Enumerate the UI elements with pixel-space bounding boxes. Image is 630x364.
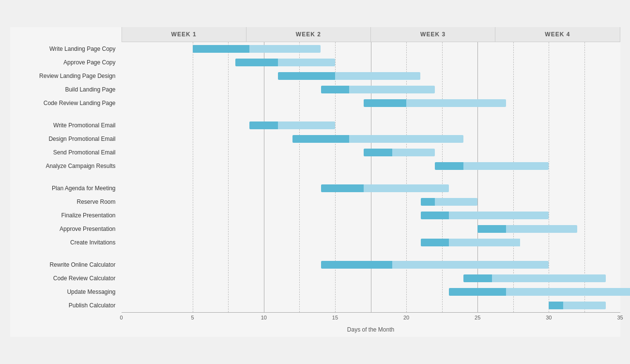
bar-row [122, 285, 620, 299]
task-label: Build Landing Page [10, 83, 122, 96]
bar-light-segment [392, 261, 549, 269]
bar-row [122, 222, 620, 236]
x-axis-label: 35 [617, 315, 623, 320]
task-label: Code Review Landing Page [10, 96, 122, 110]
week2-label: WEEK 2 [246, 27, 371, 42]
bar-row [122, 146, 620, 159]
bar-dark-segment [193, 45, 250, 53]
task-label: Publish Calculator [10, 299, 122, 312]
gantt-bar [292, 135, 463, 143]
bar-dark-segment [477, 225, 506, 233]
x-axis-label: 25 [475, 315, 480, 320]
bar-dark-segment [321, 86, 350, 93]
task-label: Write Landing Page Copy [10, 42, 122, 56]
task-label: Create Invitations [10, 236, 122, 249]
bar-row [122, 195, 620, 209]
x-axis-inner: 05101520253035 [122, 315, 620, 324]
bar-light-segment [463, 162, 549, 170]
bar-dark-segment [421, 212, 449, 219]
task-label: Approve Presentation [10, 222, 122, 236]
group-gap-row [122, 249, 620, 258]
task-label: Finalize Presentation [10, 209, 122, 222]
bar-dark-segment [421, 198, 435, 206]
bar-light-segment [349, 135, 463, 143]
bar-light-segment [349, 86, 435, 93]
bar-row [122, 258, 620, 272]
group-gap-label [10, 249, 122, 258]
bar-light-segment [364, 184, 449, 192]
gantt-bar [463, 274, 606, 282]
bar-light-segment [278, 121, 335, 129]
bar-dark-segment [321, 184, 364, 192]
bar-light-segment [563, 302, 606, 309]
group-gap-label [10, 173, 122, 182]
bar-row [122, 182, 620, 195]
task-label: Review Landing Page Design [10, 69, 122, 83]
bar-dark-segment [549, 302, 563, 309]
bar-row [122, 299, 620, 312]
gantt-bar [249, 121, 335, 129]
bar-light-segment [449, 212, 549, 219]
gantt-bar [235, 59, 335, 66]
bar-row [122, 56, 620, 69]
bar-row [122, 236, 620, 249]
bar-dark-segment [364, 149, 392, 156]
bar-dark-segment [249, 121, 278, 129]
x-axis-label: 20 [403, 315, 409, 320]
gantt-bar [421, 239, 521, 246]
x-axis: 05101520253035 [122, 312, 620, 324]
week-header-row: WEEK 1 WEEK 2 WEEK 3 WEEK 4 [122, 27, 620, 42]
gantt-bar [321, 184, 449, 192]
bar-row [122, 159, 620, 173]
bar-light-segment [249, 45, 321, 53]
group-gap-row [122, 173, 620, 182]
bar-light-segment [506, 225, 577, 233]
gantt-bar [193, 45, 321, 53]
bar-light-segment [506, 288, 630, 296]
bar-light-segment [335, 72, 421, 80]
task-label: Rewrite Online Calculator [10, 258, 122, 272]
x-axis-label: 30 [546, 315, 552, 320]
task-label: Reserve Room [10, 195, 122, 209]
week3-label: WEEK 3 [371, 27, 495, 42]
task-label: Plan Agenda for Meeting [10, 182, 122, 195]
bar-row [122, 83, 620, 96]
gantt-bar [278, 72, 420, 80]
bar-row [122, 96, 620, 110]
x-axis-label: 10 [261, 315, 267, 320]
task-label: Analyze Campaign Results [10, 159, 122, 173]
bar-dark-segment [364, 99, 406, 107]
task-label: Approve Page Copy [10, 56, 122, 69]
bar-row [122, 132, 620, 146]
gantt-bar [364, 149, 435, 156]
week1-label: WEEK 1 [122, 27, 246, 42]
bar-dark-segment [235, 59, 278, 66]
gantt-area [122, 42, 620, 312]
bar-dark-segment [421, 239, 449, 246]
task-label: Code Review Calculator [10, 272, 122, 285]
bar-light-segment [392, 149, 435, 156]
task-label: Send Promotional Email [10, 146, 122, 159]
task-label: Design Promotional Email [10, 132, 122, 146]
gantt-bar [435, 162, 549, 170]
bar-dark-segment [449, 288, 506, 296]
gantt-bar [321, 261, 549, 269]
bar-dark-segment [435, 162, 463, 170]
group-gap-label [10, 110, 122, 119]
gantt-bar [421, 212, 549, 219]
week4-label: WEEK 4 [495, 27, 620, 42]
bar-row [122, 272, 620, 285]
bar-row [122, 69, 620, 83]
x-axis-label: 15 [332, 315, 338, 320]
gantt-bar [449, 288, 630, 296]
x-axis-title: Days of the Month [122, 324, 620, 337]
gantt-bar [549, 302, 606, 309]
chart-body: Write Landing Page CopyApprove Page Copy… [10, 42, 620, 312]
gantt-bar [477, 225, 577, 233]
task-label: Update Messaging [10, 285, 122, 299]
bar-dark-segment [463, 274, 492, 282]
group-gap-row [122, 110, 620, 119]
x-axis-label: 0 [120, 315, 123, 320]
bar-light-segment [449, 239, 520, 246]
gantt-bar [421, 198, 478, 206]
